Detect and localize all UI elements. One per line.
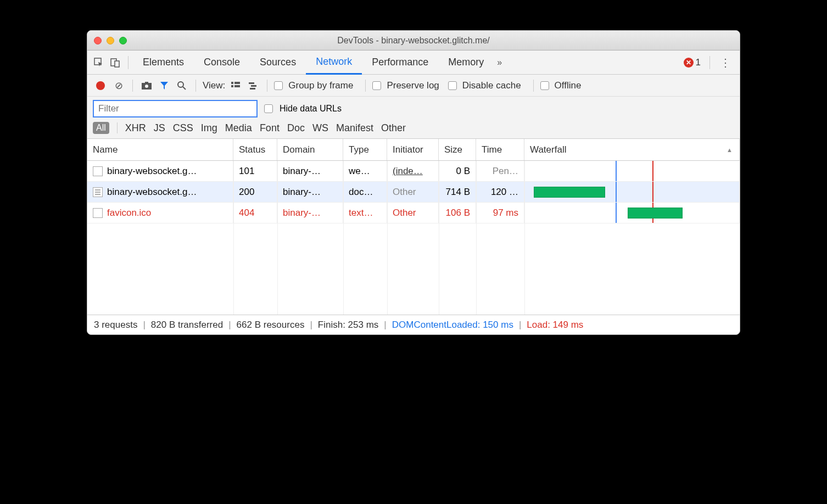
devtools-window: DevTools - binary-websocket.glitch.me/ E… [87, 30, 740, 335]
cell: 404 [233, 203, 277, 223]
table-body: binary-websocket.g…101binary-…we…(inde…0… [87, 161, 740, 315]
filter-type-js[interactable]: JS [154, 122, 165, 134]
more-tabs-icon[interactable]: » [497, 58, 502, 68]
zoom-window-icon[interactable] [119, 37, 127, 44]
svg-rect-2 [115, 61, 119, 67]
tab-network[interactable]: Network [306, 51, 362, 75]
network-toolbar: ⊘ View: Group by frame Preserve log Disa… [87, 75, 740, 97]
tab-console[interactable]: Console [194, 51, 250, 75]
large-rows-icon[interactable] [228, 82, 243, 89]
offline-checkbox[interactable] [540, 81, 549, 90]
col-waterfall[interactable]: Waterfall [524, 139, 740, 160]
filter-type-font[interactable]: Font [260, 122, 280, 134]
disable-cache-checkbox[interactable] [448, 81, 457, 90]
traffic-lights [94, 37, 127, 44]
waterfall-view-icon[interactable] [246, 82, 260, 89]
separator [267, 80, 267, 92]
cell-waterfall [524, 203, 740, 223]
filter-bar: Hide data URLs [87, 97, 740, 119]
status-load: Load: 149 ms [527, 320, 583, 331]
cell: doc… [343, 182, 387, 202]
table-row[interactable]: favicon.ico404binary-…text…Other106 B97 … [87, 203, 740, 223]
preserve-log-checkbox[interactable] [372, 81, 381, 90]
status-bar: 3 requests | 820 B transferred | 662 B r… [87, 315, 740, 334]
svg-rect-4 [145, 82, 148, 83]
file-icon [93, 208, 103, 218]
kebab-menu-icon[interactable]: ⋮ [714, 56, 736, 69]
separator [117, 122, 118, 133]
cell: text… [343, 203, 387, 223]
minimize-window-icon[interactable] [107, 37, 114, 44]
col-domain[interactable]: Domain [277, 139, 343, 160]
svg-rect-9 [234, 82, 240, 84]
filter-type-xhr[interactable]: XHR [125, 122, 146, 134]
filter-types: All XHR JS CSS Img Media Font Doc WS Man… [87, 119, 740, 139]
filter-icon[interactable] [157, 81, 171, 90]
panel-tabs: Elements Console Sources Network Perform… [87, 51, 740, 75]
filter-type-css[interactable]: CSS [173, 122, 193, 134]
filter-type-all[interactable]: All [93, 122, 109, 134]
svg-rect-10 [231, 85, 233, 87]
cell: Pen… [476, 161, 524, 181]
error-count: 1 [696, 57, 701, 68]
waterfall-bar [628, 208, 683, 219]
col-status[interactable]: Status [233, 139, 277, 160]
cell: 120 … [476, 182, 524, 202]
error-icon: ✕ [684, 58, 694, 68]
status-finish: Finish: 253 ms [318, 320, 379, 331]
separator [128, 56, 128, 69]
search-icon[interactable] [175, 81, 189, 90]
filter-type-ws[interactable]: WS [312, 122, 328, 134]
filter-type-doc[interactable]: Doc [287, 122, 305, 134]
svg-rect-12 [249, 82, 254, 84]
hide-data-urls-checkbox[interactable] [264, 104, 273, 113]
clear-icon[interactable]: ⊘ [111, 80, 126, 92]
table-row[interactable]: binary-websocket.g…101binary-…we…(inde…0… [87, 161, 740, 182]
offline-label: Offline [555, 80, 582, 91]
col-size[interactable]: Size [439, 139, 476, 160]
device-toolbar-icon[interactable] [107, 54, 124, 71]
cell-waterfall [524, 182, 740, 202]
error-badge[interactable]: ✕ 1 [684, 57, 701, 68]
window-title: DevTools - binary-websocket.glitch.me/ [94, 36, 733, 46]
separator [533, 80, 534, 92]
cell: 106 B [439, 203, 476, 223]
file-icon [93, 187, 103, 197]
status-requests: 3 requests [94, 320, 137, 331]
record-icon[interactable] [96, 81, 105, 90]
group-by-frame-label: Group by frame [288, 80, 353, 91]
col-type[interactable]: Type [343, 139, 387, 160]
inspect-element-icon[interactable] [91, 54, 107, 71]
hide-data-urls-label: Hide data URLs [280, 104, 342, 114]
tab-performance[interactable]: Performance [362, 51, 438, 75]
svg-rect-11 [234, 85, 240, 87]
disable-cache-label: Disable cache [462, 80, 521, 91]
cell: (inde… [387, 161, 439, 181]
tab-sources[interactable]: Sources [250, 51, 306, 75]
view-label: View: [203, 80, 225, 91]
table-row[interactable]: binary-websocket.g…200binary-…doc…Other7… [87, 182, 740, 203]
cell: 97 ms [476, 203, 524, 223]
filter-input[interactable] [93, 100, 258, 117]
cell: binary-… [277, 182, 343, 202]
col-time[interactable]: Time [476, 139, 524, 160]
cell: Other [387, 182, 439, 202]
filter-type-manifest[interactable]: Manifest [336, 122, 373, 134]
filter-type-other[interactable]: Other [381, 122, 406, 134]
group-by-frame-checkbox[interactable] [274, 81, 283, 90]
separator [195, 80, 196, 92]
svg-rect-8 [231, 82, 233, 84]
filter-type-media[interactable]: Media [225, 122, 252, 134]
capture-screenshots-icon[interactable] [139, 82, 154, 89]
svg-point-6 [178, 82, 183, 87]
tab-memory[interactable]: Memory [438, 51, 494, 75]
svg-line-7 [183, 87, 186, 89]
filter-type-img[interactable]: Img [201, 122, 217, 134]
cell: 200 [233, 182, 277, 202]
tab-elements[interactable]: Elements [133, 51, 194, 75]
col-name[interactable]: Name [87, 139, 233, 160]
col-initiator[interactable]: Initiator [387, 139, 439, 160]
cell: binary-… [277, 203, 343, 223]
file-icon [93, 166, 103, 176]
close-window-icon[interactable] [94, 37, 102, 44]
